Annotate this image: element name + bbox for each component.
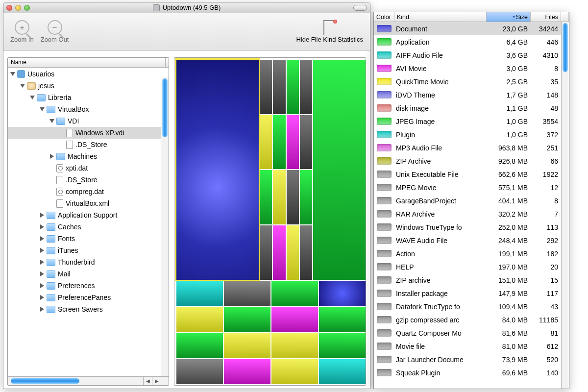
stats-vertical-scrollbar[interactable] (561, 22, 569, 389)
stats-row[interactable]: disk image1,1 GB48 (374, 101, 569, 115)
zoom-out-button[interactable]: − Zoom Out (41, 20, 69, 43)
stats-files: 520 (531, 356, 561, 364)
stats-row[interactable]: HELP197,0 MB20 (374, 260, 569, 273)
stats-row[interactable]: Installer package147,9 MB117 (374, 287, 569, 300)
scroll-left-icon[interactable]: ◀ (143, 377, 152, 385)
tree-row[interactable]: jesus (8, 80, 169, 92)
stats-row[interactable]: AVI Movie3,0 GB8 (374, 62, 569, 75)
tree-row[interactable]: Machines (8, 150, 169, 162)
zoom-icon[interactable] (24, 5, 30, 11)
disclosure-triangle-icon[interactable] (40, 107, 45, 111)
tree-row[interactable]: Usuarios (8, 68, 169, 80)
file-tree-panel: Name UsuariosjesusLibreríaVirtualBoxVDIW… (7, 57, 169, 386)
stats-header-files[interactable]: Files (531, 12, 561, 22)
stats-row[interactable]: Plugin1,0 GB372 (374, 128, 569, 141)
tree-row[interactable]: .DS_Store (8, 174, 169, 186)
tree-row[interactable]: VirtualBox.xml (8, 197, 169, 209)
scroll-right-icon[interactable]: ▶ (152, 377, 161, 385)
tree-row[interactable]: Application Support (8, 209, 169, 221)
zoom-in-button[interactable]: + Zoom In (10, 20, 34, 43)
treemap-panel[interactable] (174, 57, 366, 386)
stats-row[interactable]: Document23,0 GB34244 (374, 22, 569, 35)
stats-row[interactable]: Quartz Composer Mo81,6 MB81 (374, 326, 569, 340)
color-swatch (377, 356, 392, 363)
stats-row[interactable]: RAR Archive320,2 MB7 (374, 207, 569, 220)
tree-row[interactable]: VirtualBox (8, 103, 169, 115)
tree-row[interactable]: iTunes (8, 245, 169, 256)
tree-row[interactable]: Windows XP.vdi (8, 127, 169, 139)
stats-row[interactable]: QuickTime Movie2,5 GB35 (374, 75, 569, 88)
disclosure-triangle-icon[interactable] (50, 154, 54, 159)
stats-header-color[interactable]: Color (374, 12, 394, 22)
stats-row[interactable]: AIFF Audio File3,6 GB4310 (374, 49, 569, 62)
tree-header-name[interactable]: Name (8, 58, 169, 68)
stats-row[interactable]: Unix Executable File662,6 MB1922 (374, 168, 569, 181)
stats-header-kind[interactable]: Kind (394, 12, 487, 22)
stats-row[interactable]: ZIP Archive926,8 MB66 (374, 154, 569, 168)
titlebar[interactable]: Uptodown (49,5 GB) (3, 2, 370, 13)
stats-row[interactable]: ZIP archive151,0 MB15 (374, 273, 569, 287)
stats-row[interactable]: Squeak Plugin69,6 MB140 (374, 366, 569, 379)
stats-row[interactable]: WAVE Audio File248,4 MB292 (374, 234, 569, 247)
disclosure-triangle-icon[interactable] (40, 307, 44, 312)
tree-row[interactable]: xpti.dat (8, 162, 169, 174)
tree-vertical-scrollbar[interactable] (161, 77, 169, 376)
tree-row[interactable]: VDI (8, 115, 169, 127)
tree-row[interactable]: Fonts (8, 233, 169, 245)
tree-row[interactable]: Caches (8, 221, 169, 233)
stats-row[interactable]: Movie file81,0 MB612 (374, 340, 569, 353)
disclosure-triangle-icon[interactable] (10, 72, 15, 76)
stats-row[interactable]: Jar Launcher Docume73,9 MB520 (374, 353, 569, 366)
disclosure-triangle-icon[interactable] (30, 96, 35, 99)
stats-size: 147,9 MB (487, 290, 531, 297)
tree-row[interactable]: Preferences (8, 280, 169, 292)
stats-row[interactable]: Windows TrueType fo252,0 MB113 (374, 220, 569, 234)
tree-row[interactable]: Screen Savers (8, 303, 169, 315)
stats-row[interactable]: GarageBandProject404,1 MB8 (374, 194, 569, 207)
disclosure-triangle-icon[interactable] (40, 248, 44, 253)
stats-kind: Movie file (394, 343, 487, 350)
stats-row[interactable]: MPEG Movie575,1 MB12 (374, 181, 569, 194)
stats-row[interactable]: gzip compressed arc84,0 MB11185 (374, 313, 569, 326)
treemap-selected-block[interactable] (176, 60, 259, 280)
treemap-visualisation[interactable] (176, 60, 364, 383)
stats-row[interactable]: Action199,1 MB182 (374, 247, 569, 260)
tree-row[interactable]: Mail (8, 268, 169, 280)
treemap-block[interactable] (176, 281, 366, 384)
tree-row[interactable]: Librería (8, 92, 169, 103)
stats-size: 963,8 MB (487, 144, 531, 152)
tree-row[interactable]: PreferencePanes (8, 292, 169, 303)
disclosure-triangle-icon[interactable] (40, 260, 44, 265)
color-swatch (377, 25, 392, 32)
disclosure-triangle-icon[interactable] (49, 119, 54, 123)
tree-row[interactable]: compreg.dat (8, 186, 169, 197)
close-icon[interactable] (6, 5, 12, 11)
stats-size: 1,0 GB (487, 131, 531, 139)
stats-header-size[interactable]: ▼ Size (487, 12, 531, 22)
tree-row-label: Usuarios (27, 70, 54, 78)
hide-statistics-button[interactable]: Hide File Kind Statistics (296, 20, 363, 43)
file-tree[interactable]: UsuariosjesusLibreríaVirtualBoxVDIWindow… (8, 68, 169, 316)
treemap-block[interactable] (260, 60, 312, 280)
disclosure-triangle-icon[interactable] (40, 236, 44, 241)
stats-row[interactable]: Datafork TrueType fo109,4 MB43 (374, 300, 569, 313)
color-swatch (377, 250, 392, 257)
toolbar-toggle-button[interactable] (353, 5, 367, 11)
minimize-icon[interactable] (15, 5, 21, 11)
stats-row[interactable]: iDVD Theme1,7 GB148 (374, 88, 569, 101)
disclosure-triangle-icon[interactable] (40, 213, 44, 218)
tree-row[interactable]: .DS_Store (8, 139, 169, 150)
stats-table[interactable]: Document23,0 GB34244Application6,4 GB446… (374, 22, 569, 379)
tree-horizontal-scrollbar[interactable]: ◀ ▶ (8, 376, 161, 385)
treemap-block[interactable] (313, 60, 366, 280)
tree-row[interactable]: Thunderbird (8, 256, 169, 268)
disclosure-triangle-icon[interactable] (40, 271, 44, 276)
disclosure-triangle-icon[interactable] (40, 283, 44, 288)
color-swatch (377, 65, 392, 72)
disclosure-triangle-icon[interactable] (40, 224, 44, 229)
stats-row[interactable]: MP3 Audio File963,8 MB251 (374, 141, 569, 154)
disclosure-triangle-icon[interactable] (20, 84, 25, 88)
stats-row[interactable]: Application6,4 GB446 (374, 35, 569, 49)
disclosure-triangle-icon[interactable] (40, 295, 44, 300)
stats-row[interactable]: JPEG Image1,0 GB3554 (374, 115, 569, 128)
